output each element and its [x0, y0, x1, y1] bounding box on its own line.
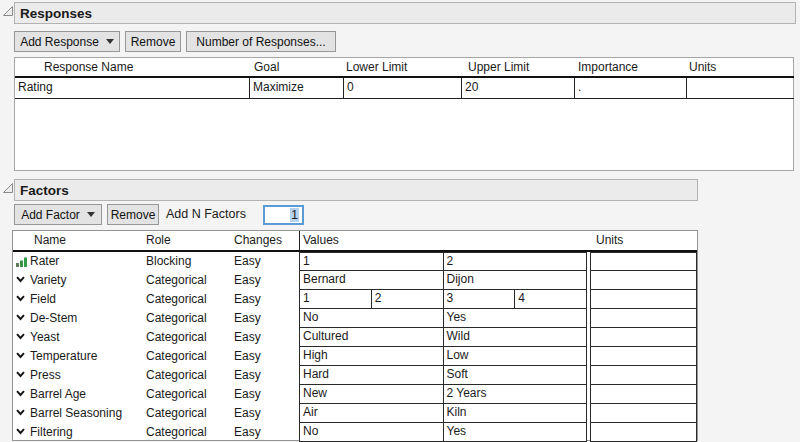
add-factor-button[interactable]: Add Factor: [14, 204, 102, 225]
factor-values: 1234: [299, 290, 587, 309]
factor-value-cell[interactable]: Soft: [443, 366, 588, 385]
factor-value-cell[interactable]: New: [299, 385, 444, 404]
factor-name[interactable]: Barrel Seasoning: [30, 404, 122, 423]
factor-changes[interactable]: Easy: [234, 366, 261, 385]
factor-changes[interactable]: Easy: [234, 271, 261, 290]
chevron-down-icon[interactable]: [15, 369, 28, 382]
number-of-responses-button[interactable]: Number of Responses...: [186, 31, 336, 52]
factor-changes[interactable]: Easy: [234, 347, 261, 366]
factors-panel-header[interactable]: Factors: [14, 179, 698, 201]
factor-changes[interactable]: Easy: [234, 328, 261, 347]
factor-value-cell[interactable]: 4: [514, 290, 587, 309]
factor-name[interactable]: Yeast: [30, 328, 60, 347]
factor-name[interactable]: Press: [30, 366, 61, 385]
factor-units-cell[interactable]: [590, 347, 697, 366]
factors-col-values: Values: [303, 233, 339, 247]
factor-units-cell[interactable]: [590, 423, 697, 442]
doe-dialog: { "colors": { "accent_blue": "#5b9bd5", …: [0, 0, 800, 442]
factors-col-units: Units: [596, 233, 623, 247]
factor-name[interactable]: Field: [30, 290, 56, 309]
response-units-cell[interactable]: [686, 78, 794, 98]
factor-value-cell[interactable]: Dijon: [443, 271, 588, 290]
responses-table: Response Name Goal Lower Limit Upper Lim…: [14, 57, 794, 171]
factor-role[interactable]: Categorical: [146, 423, 207, 442]
chevron-down-icon[interactable]: [15, 274, 28, 287]
factor-value-cell[interactable]: 1: [299, 252, 444, 271]
factor-changes[interactable]: Easy: [234, 404, 261, 423]
factor-value-cell[interactable]: Yes: [443, 309, 588, 328]
responses-panel-header[interactable]: Responses: [14, 2, 796, 24]
chevron-down-icon[interactable]: [15, 312, 28, 325]
responses-col-upper: Upper Limit: [468, 60, 529, 74]
factor-role[interactable]: Categorical: [146, 385, 207, 404]
factor-name[interactable]: De-Stem: [30, 309, 77, 328]
factor-value-cell[interactable]: Bernard: [299, 271, 444, 290]
factor-role[interactable]: Categorical: [146, 328, 207, 347]
factor-changes[interactable]: Easy: [234, 385, 261, 404]
factor-name[interactable]: Variety: [30, 271, 66, 290]
factor-value-cell[interactable]: Kiln: [443, 404, 588, 423]
factor-value-cell[interactable]: 2: [371, 290, 444, 309]
factor-changes[interactable]: Easy: [234, 309, 261, 328]
factor-units-cell[interactable]: [590, 290, 697, 309]
factor-role[interactable]: Blocking: [146, 252, 191, 271]
factor-changes[interactable]: Easy: [234, 423, 261, 442]
factor-name[interactable]: Filtering: [30, 423, 73, 442]
chevron-down-icon[interactable]: [15, 350, 28, 363]
factor-changes[interactable]: Easy: [234, 290, 261, 309]
factor-value-cell[interactable]: No: [299, 423, 444, 442]
factor-units-cell[interactable]: [590, 252, 697, 271]
factor-role[interactable]: Categorical: [146, 290, 207, 309]
factor-role[interactable]: Categorical: [146, 404, 207, 423]
factor-value-cell[interactable]: Cultured: [299, 328, 444, 347]
add-response-button[interactable]: Add Response: [14, 31, 120, 52]
factor-row: De-StemCategoricalEasyNoYes: [13, 309, 697, 328]
response-upper-cell[interactable]: 20: [461, 78, 574, 98]
add-n-factors-input[interactable]: 1: [263, 205, 304, 225]
factor-value-cell[interactable]: Air: [299, 404, 444, 423]
factor-role[interactable]: Categorical: [146, 347, 207, 366]
factor-name[interactable]: Temperature: [30, 347, 97, 366]
factor-values: HighLow: [299, 347, 587, 366]
factor-values: HardSoft: [299, 366, 587, 385]
responses-col-goal: Goal: [254, 60, 279, 74]
factor-units-cell[interactable]: [590, 366, 697, 385]
responses-collapse-triangle-icon[interactable]: [2, 5, 14, 17]
response-goal-cell[interactable]: Maximize: [249, 78, 343, 98]
chevron-down-icon[interactable]: [15, 293, 28, 306]
factor-value-cell[interactable]: 2 Years: [443, 385, 588, 404]
factor-units-cell[interactable]: [590, 385, 697, 404]
factor-value-cell[interactable]: 1: [299, 290, 372, 309]
factor-name[interactable]: Barrel Age: [30, 385, 86, 404]
factor-value-cell[interactable]: Hard: [299, 366, 444, 385]
factor-value-cell[interactable]: Yes: [443, 423, 588, 442]
factor-role[interactable]: Categorical: [146, 366, 207, 385]
factor-value-cell[interactable]: 3: [443, 290, 516, 309]
factor-value-cell[interactable]: 2: [443, 252, 588, 271]
remove-factor-button[interactable]: Remove: [107, 204, 159, 225]
factor-name[interactable]: Rater: [30, 252, 59, 271]
factor-units-cell[interactable]: [590, 328, 697, 347]
chevron-down-icon[interactable]: [15, 388, 28, 401]
response-importance-cell[interactable]: .: [574, 78, 686, 98]
factor-value-cell[interactable]: Low: [443, 347, 588, 366]
response-name-cell[interactable]: Rating: [15, 78, 249, 98]
chevron-down-icon[interactable]: [15, 331, 28, 344]
factor-value-cell[interactable]: Wild: [443, 328, 588, 347]
factor-value-cell[interactable]: High: [299, 347, 444, 366]
chevron-down-icon[interactable]: [15, 426, 28, 439]
factor-units-cell[interactable]: [590, 309, 697, 328]
factor-values: BernardDijon: [299, 271, 587, 290]
factor-role[interactable]: Categorical: [146, 309, 207, 328]
remove-response-button[interactable]: Remove: [125, 31, 181, 52]
factor-value-cell[interactable]: No: [299, 309, 444, 328]
factor-role[interactable]: Categorical: [146, 271, 207, 290]
response-lower-cell[interactable]: 0: [343, 78, 461, 98]
responses-col-lower: Lower Limit: [346, 60, 407, 74]
factors-collapse-triangle-icon[interactable]: [2, 182, 14, 194]
factor-changes[interactable]: Easy: [234, 252, 261, 271]
chevron-down-icon[interactable]: [15, 407, 28, 420]
factor-row: Barrel SeasoningCategoricalEasyAirKiln: [13, 404, 697, 423]
factor-units-cell[interactable]: [590, 404, 697, 423]
factor-units-cell[interactable]: [590, 271, 697, 290]
